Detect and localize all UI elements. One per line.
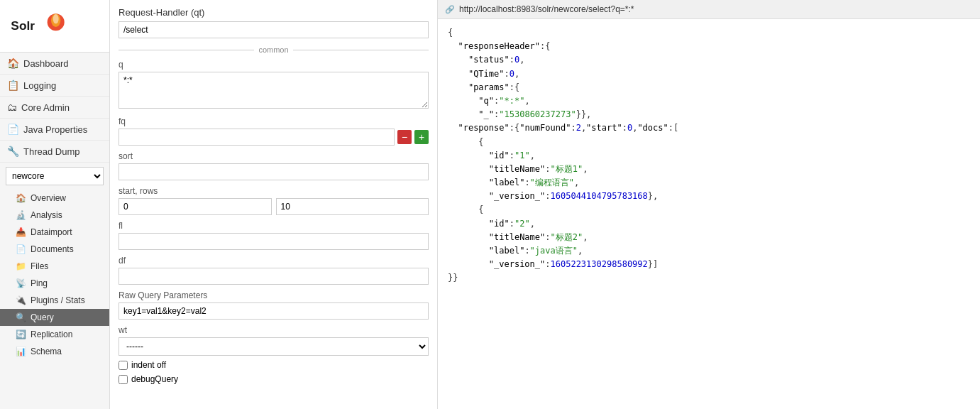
query-icon: 🔍 <box>16 312 26 322</box>
sidebar-item-thread-dump[interactable]: 🔧 Thread Dump <box>0 141 109 163</box>
response-url: http://localhost:8983/solr/newcore/selec… <box>459 4 634 14</box>
fl-input[interactable] <box>119 233 429 250</box>
core-nav: 🏠 Overview 🔬 Analysis 📥 Dataimport 📄 Doc… <box>0 190 109 360</box>
wt-select[interactable]: ------ json xml csv python ruby php phps <box>119 337 429 356</box>
core-nav-plugins-stats[interactable]: 🔌 Plugins / Stats <box>0 292 109 309</box>
rows-input[interactable] <box>276 198 429 215</box>
fq-remove-button[interactable]: − <box>397 130 412 144</box>
logging-icon: 📋 <box>7 80 19 91</box>
start-rows-label: start, rows <box>119 186 429 196</box>
thread-dump-icon: 🔧 <box>7 146 19 157</box>
indent-row: indent off <box>119 360 429 370</box>
df-input[interactable] <box>119 268 429 285</box>
sidebar: Solr 🏠 Dashboard 📋 Logging 🗂 Core Admin … <box>0 0 110 409</box>
url-icon: 🔗 <box>445 5 455 14</box>
fq-label: fq <box>119 116 429 126</box>
core-admin-icon: 🗂 <box>7 102 17 113</box>
core-nav-schema[interactable]: 📊 Schema <box>0 343 109 360</box>
core-nav-query[interactable]: 🔍 Query <box>0 309 109 326</box>
overview-icon: 🏠 <box>16 193 26 203</box>
sort-label: sort <box>119 151 429 161</box>
sidebar-item-logging[interactable]: 📋 Logging <box>0 75 109 97</box>
df-label: df <box>119 256 429 266</box>
core-selector-dropdown[interactable]: newcore <box>6 167 104 185</box>
dataimport-icon: 📥 <box>16 227 26 237</box>
core-nav-files[interactable]: 📁 Files <box>0 258 109 275</box>
response-url-bar: 🔗 http://localhost:8983/solr/newcore/sel… <box>438 0 980 19</box>
java-properties-icon: 📄 <box>7 124 19 135</box>
ping-icon: 📡 <box>16 278 26 288</box>
core-nav-analysis[interactable]: 🔬 Analysis <box>0 207 109 224</box>
core-nav-overview[interactable]: 🏠 Overview <box>0 190 109 207</box>
svg-text:Solr: Solr <box>11 18 35 33</box>
top-nav: 🏠 Dashboard 📋 Logging 🗂 Core Admin 📄 Jav… <box>0 53 109 163</box>
request-handler-label: Request-Handler (qt) <box>119 7 429 18</box>
request-handler-input[interactable]: /select <box>119 21 429 38</box>
fq-row: − + <box>119 129 429 146</box>
core-selector-area: newcore <box>6 167 104 185</box>
solr-logo: Solr <box>9 7 65 43</box>
indent-label: indent off <box>131 360 166 370</box>
documents-icon: 📄 <box>16 244 26 254</box>
svg-point-2 <box>53 14 59 23</box>
raw-query-input[interactable] <box>119 302 429 320</box>
raw-query-label: Raw Query Parameters <box>119 290 429 300</box>
replication-icon: 🔄 <box>16 329 26 339</box>
core-nav-documents[interactable]: 📄 Documents <box>0 241 109 258</box>
files-icon: 📁 <box>16 261 26 271</box>
start-input[interactable] <box>119 198 272 215</box>
response-content: { "responseHeader":{ "status":0, "QTime"… <box>438 19 980 293</box>
main-area: Request-Handler (qt) /select common q *:… <box>110 0 980 409</box>
core-nav-ping[interactable]: 📡 Ping <box>0 275 109 292</box>
debug-query-checkbox[interactable] <box>119 375 128 384</box>
common-divider: common <box>119 45 429 54</box>
dashboard-icon: 🏠 <box>7 58 19 69</box>
response-panel: 🔗 http://localhost:8983/solr/newcore/sel… <box>438 0 980 409</box>
fq-input[interactable] <box>119 129 395 146</box>
indent-checkbox[interactable] <box>119 361 128 370</box>
wt-label: wt <box>119 325 429 335</box>
analysis-icon: 🔬 <box>16 210 26 220</box>
q-label: q <box>119 60 429 70</box>
sort-input[interactable] <box>119 163 429 180</box>
core-nav-replication[interactable]: 🔄 Replication <box>0 326 109 343</box>
logo-area: Solr <box>0 0 109 53</box>
fl-label: fl <box>119 221 429 231</box>
wt-row: ------ json xml csv python ruby php phps <box>119 337 429 356</box>
sidebar-item-core-admin[interactable]: 🗂 Core Admin <box>0 97 109 119</box>
q-input[interactable]: *:* <box>119 72 429 109</box>
sidebar-item-dashboard[interactable]: 🏠 Dashboard <box>0 53 109 75</box>
plugins-icon: 🔌 <box>16 295 26 305</box>
fq-add-button[interactable]: + <box>414 130 429 144</box>
debug-query-row: debugQuery <box>119 374 429 384</box>
start-rows-row <box>119 198 429 215</box>
query-panel: Request-Handler (qt) /select common q *:… <box>110 0 438 409</box>
core-nav-dataimport[interactable]: 📥 Dataimport <box>0 224 109 241</box>
schema-icon: 📊 <box>16 347 26 356</box>
sidebar-item-java-properties[interactable]: 📄 Java Properties <box>0 119 109 141</box>
debug-query-label: debugQuery <box>131 374 178 384</box>
